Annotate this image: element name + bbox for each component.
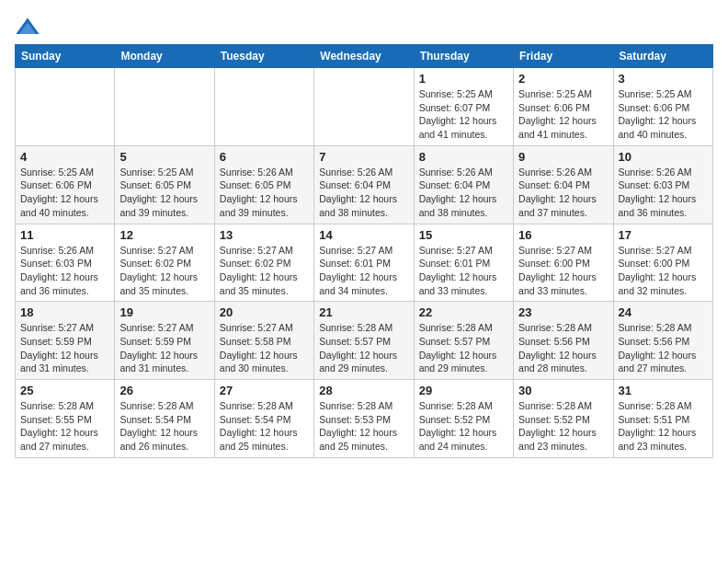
calendar-cell: 6Sunrise: 5:26 AM Sunset: 6:05 PM Daylig…: [214, 145, 313, 224]
day-number: 28: [319, 384, 408, 397]
day-info: Sunrise: 5:25 AM Sunset: 6:06 PM Dayligh…: [20, 166, 109, 220]
calendar-cell: 30Sunrise: 5:28 AM Sunset: 5:52 PM Dayli…: [514, 380, 613, 458]
calendar-cell: 14Sunrise: 5:27 AM Sunset: 6:01 PM Dayli…: [314, 224, 414, 302]
day-number: 20: [220, 305, 309, 319]
calendar-cell: 7Sunrise: 5:26 AM Sunset: 6:04 PM Daylig…: [314, 145, 414, 224]
calendar-cell: 29Sunrise: 5:28 AM Sunset: 5:52 PM Dayli…: [414, 380, 513, 458]
day-info: Sunrise: 5:26 AM Sunset: 6:03 PM Dayligh…: [20, 244, 109, 298]
day-info: Sunrise: 5:26 AM Sunset: 6:05 PM Dayligh…: [220, 166, 309, 220]
day-number: 27: [220, 384, 309, 397]
day-info: Sunrise: 5:28 AM Sunset: 5:54 PM Dayligh…: [220, 399, 309, 454]
day-info: Sunrise: 5:25 AM Sunset: 6:06 PM Dayligh…: [619, 87, 708, 142]
day-number: 6: [220, 150, 309, 164]
day-info: Sunrise: 5:25 AM Sunset: 6:05 PM Dayligh…: [119, 166, 209, 220]
calendar-week-5: 25Sunrise: 5:28 AM Sunset: 5:55 PM Dayli…: [16, 380, 713, 458]
day-info: Sunrise: 5:27 AM Sunset: 6:01 PM Dayligh…: [319, 244, 408, 298]
day-number: 31: [619, 384, 708, 397]
calendar-cell: [314, 68, 414, 146]
day-number: 14: [319, 228, 408, 242]
day-info: Sunrise: 5:27 AM Sunset: 6:02 PM Dayligh…: [119, 244, 209, 298]
calendar-cell: 25Sunrise: 5:28 AM Sunset: 5:55 PM Dayli…: [16, 380, 115, 458]
weekday-header-monday: Monday: [115, 45, 214, 68]
calendar-cell: 11Sunrise: 5:26 AM Sunset: 6:03 PM Dayli…: [16, 224, 115, 302]
day-number: 22: [419, 305, 508, 319]
day-number: 2: [518, 72, 608, 86]
day-number: 9: [518, 150, 608, 164]
weekday-header-saturday: Saturday: [613, 45, 712, 68]
day-info: Sunrise: 5:28 AM Sunset: 5:52 PM Dayligh…: [419, 399, 508, 454]
day-info: Sunrise: 5:28 AM Sunset: 5:54 PM Dayligh…: [119, 399, 209, 454]
logo-icon: [15, 15, 40, 40]
day-info: Sunrise: 5:28 AM Sunset: 5:52 PM Dayligh…: [518, 399, 608, 454]
calendar-cell: 27Sunrise: 5:28 AM Sunset: 5:54 PM Dayli…: [214, 380, 313, 458]
calendar-cell: 8Sunrise: 5:26 AM Sunset: 6:04 PM Daylig…: [414, 145, 513, 224]
day-number: 7: [319, 150, 408, 164]
calendar-cell: 15Sunrise: 5:27 AM Sunset: 6:01 PM Dayli…: [414, 224, 513, 302]
day-info: Sunrise: 5:27 AM Sunset: 5:59 PM Dayligh…: [119, 321, 209, 375]
day-info: Sunrise: 5:27 AM Sunset: 5:58 PM Dayligh…: [220, 321, 309, 375]
calendar-week-2: 4Sunrise: 5:25 AM Sunset: 6:06 PM Daylig…: [16, 145, 713, 224]
day-number: 3: [619, 72, 708, 86]
calendar-cell: 28Sunrise: 5:28 AM Sunset: 5:53 PM Dayli…: [314, 380, 414, 458]
calendar-cell: 12Sunrise: 5:27 AM Sunset: 6:02 PM Dayli…: [115, 224, 214, 302]
day-info: Sunrise: 5:27 AM Sunset: 6:02 PM Dayligh…: [220, 244, 309, 298]
calendar-cell: 2Sunrise: 5:25 AM Sunset: 6:06 PM Daylig…: [514, 68, 613, 146]
day-number: 1: [419, 72, 508, 86]
day-info: Sunrise: 5:28 AM Sunset: 5:53 PM Dayligh…: [319, 399, 408, 454]
calendar-cell: 31Sunrise: 5:28 AM Sunset: 5:51 PM Dayli…: [613, 380, 712, 458]
calendar-cell: 3Sunrise: 5:25 AM Sunset: 6:06 PM Daylig…: [613, 68, 712, 146]
day-info: Sunrise: 5:27 AM Sunset: 5:59 PM Dayligh…: [20, 321, 109, 375]
calendar-cell: 1Sunrise: 5:25 AM Sunset: 6:07 PM Daylig…: [414, 68, 513, 146]
day-number: 10: [619, 150, 708, 164]
day-number: 30: [518, 384, 608, 397]
calendar-cell: 9Sunrise: 5:26 AM Sunset: 6:04 PM Daylig…: [514, 145, 613, 224]
day-info: Sunrise: 5:27 AM Sunset: 6:00 PM Dayligh…: [619, 244, 708, 298]
logo: [15, 15, 44, 40]
calendar-cell: 18Sunrise: 5:27 AM Sunset: 5:59 PM Dayli…: [16, 302, 115, 380]
day-info: Sunrise: 5:27 AM Sunset: 6:00 PM Dayligh…: [518, 244, 608, 298]
day-number: 16: [518, 228, 608, 242]
weekday-header-thursday: Thursday: [414, 45, 513, 68]
calendar-week-3: 11Sunrise: 5:26 AM Sunset: 6:03 PM Dayli…: [16, 224, 713, 302]
day-number: 19: [119, 305, 209, 319]
day-number: 11: [20, 228, 109, 242]
calendar-cell: 16Sunrise: 5:27 AM Sunset: 6:00 PM Dayli…: [514, 224, 613, 302]
calendar-cell: 19Sunrise: 5:27 AM Sunset: 5:59 PM Dayli…: [115, 302, 214, 380]
calendar-cell: 4Sunrise: 5:25 AM Sunset: 6:06 PM Daylig…: [16, 145, 115, 224]
weekday-header-wednesday: Wednesday: [314, 45, 414, 68]
day-number: 24: [619, 305, 708, 319]
day-number: 18: [20, 305, 109, 319]
calendar-cell: 26Sunrise: 5:28 AM Sunset: 5:54 PM Dayli…: [115, 380, 214, 458]
day-number: 4: [20, 150, 109, 164]
calendar-cell: 23Sunrise: 5:28 AM Sunset: 5:56 PM Dayli…: [514, 302, 613, 380]
day-number: 17: [619, 228, 708, 242]
calendar-table: SundayMondayTuesdayWednesdayThursdayFrid…: [15, 44, 713, 458]
day-number: 8: [419, 150, 508, 164]
weekday-header-row: SundayMondayTuesdayWednesdayThursdayFrid…: [16, 45, 713, 68]
calendar-cell: 21Sunrise: 5:28 AM Sunset: 5:57 PM Dayli…: [314, 302, 414, 380]
day-number: 23: [518, 305, 608, 319]
calendar-cell: 20Sunrise: 5:27 AM Sunset: 5:58 PM Dayli…: [214, 302, 313, 380]
day-info: Sunrise: 5:26 AM Sunset: 6:04 PM Dayligh…: [319, 166, 408, 220]
day-info: Sunrise: 5:28 AM Sunset: 5:56 PM Dayligh…: [619, 321, 708, 375]
day-info: Sunrise: 5:25 AM Sunset: 6:07 PM Dayligh…: [419, 87, 508, 142]
weekday-header-tuesday: Tuesday: [214, 45, 313, 68]
day-info: Sunrise: 5:28 AM Sunset: 5:55 PM Dayligh…: [20, 399, 109, 454]
day-info: Sunrise: 5:28 AM Sunset: 5:57 PM Dayligh…: [319, 321, 408, 375]
day-info: Sunrise: 5:27 AM Sunset: 6:01 PM Dayligh…: [419, 244, 508, 298]
day-number: 26: [119, 384, 209, 397]
day-info: Sunrise: 5:25 AM Sunset: 6:06 PM Dayligh…: [518, 87, 608, 142]
calendar-cell: [115, 68, 214, 146]
day-number: 5: [119, 150, 209, 164]
calendar-cell: 13Sunrise: 5:27 AM Sunset: 6:02 PM Dayli…: [214, 224, 313, 302]
day-info: Sunrise: 5:26 AM Sunset: 6:04 PM Dayligh…: [518, 166, 608, 220]
day-info: Sunrise: 5:26 AM Sunset: 6:03 PM Dayligh…: [619, 166, 708, 220]
day-number: 13: [220, 228, 309, 242]
calendar-cell: 17Sunrise: 5:27 AM Sunset: 6:00 PM Dayli…: [613, 224, 712, 302]
day-number: 21: [319, 305, 408, 319]
day-number: 29: [419, 384, 508, 397]
calendar-cell: [16, 68, 115, 146]
day-number: 15: [419, 228, 508, 242]
calendar-cell: [214, 68, 313, 146]
calendar-cell: 22Sunrise: 5:28 AM Sunset: 5:57 PM Dayli…: [414, 302, 513, 380]
